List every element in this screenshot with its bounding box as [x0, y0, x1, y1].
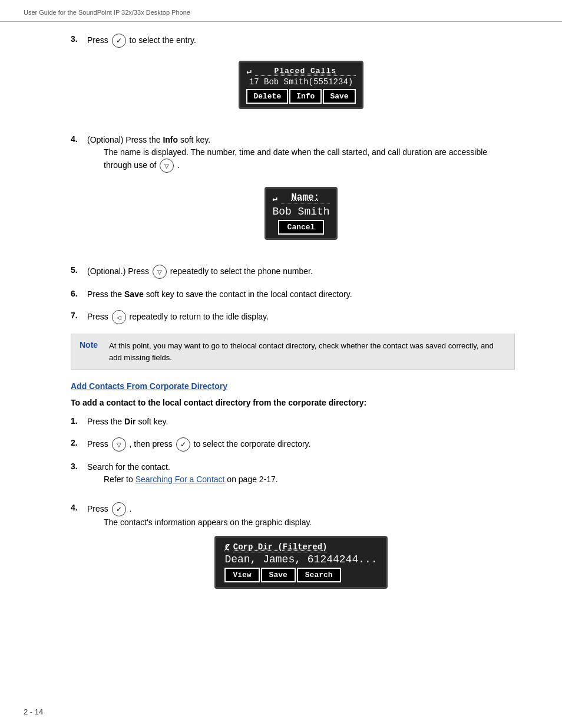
down-button-icon-s2step2 — [112, 437, 126, 452]
left-button-icon-step7 — [112, 310, 126, 324]
down-button-icon-step5 — [153, 265, 167, 279]
step-7-block: 7. Press repeatedly to return to the idl… — [71, 310, 515, 324]
s2-step-4-content: Press . The contact's information appear… — [87, 502, 515, 597]
step-3-content: Press to select the entry. ↵ Placed Call… — [87, 34, 515, 124]
screen1-buttons: Delete Info Save — [246, 89, 355, 104]
page-number: 2 - 14 — [24, 707, 43, 716]
page-footer: 2 - 14 — [24, 707, 43, 716]
screen2-entry: Bob Smith — [272, 206, 329, 218]
step-6-block: 6. Press the Save soft key to save the c… — [71, 288, 515, 301]
s2-step-3-number: 3. — [71, 461, 87, 471]
screen2-title-row: ↵ Name: — [272, 192, 329, 205]
s2-step-1-text: Press the Dir soft key. — [87, 416, 515, 428]
s2-step-4-block: 4. Press . The contact's information app… — [71, 502, 515, 597]
step-4-content: (Optional) Press the Info soft key. The … — [87, 134, 515, 255]
screen3-buttons: View Save Search — [224, 568, 377, 582]
step-5-content: (Optional.) Press repeatedly to select t… — [87, 265, 515, 279]
screen3-title-row: Ȼ Corp Dir (Filtered) — [224, 542, 377, 552]
step-3-text-before: Press — [87, 35, 108, 45]
step-5-text-pre: (Optional.) Press — [87, 266, 149, 276]
check-button-icon — [112, 34, 126, 48]
main-content: 3. Press to select the entry. ↵ Placed C… — [0, 22, 562, 630]
screen3-entry: Dean, James, 61244244... — [224, 554, 377, 565]
step-5-text2: repeatedly to select the phone number. — [170, 266, 313, 276]
screen3-view-btn: View — [224, 568, 259, 582]
s2-step-3-text: Search for the contact. — [87, 461, 515, 473]
step-7-content: Press repeatedly to return to the idle d… — [87, 310, 515, 324]
s2-step-2-block: 2. Press , then press to select the corp… — [71, 437, 515, 452]
step-6-number: 6. — [71, 288, 87, 298]
s2-step-3-block: 3. Search for the contact. Refer to Sear… — [71, 461, 515, 493]
step-5-text: (Optional.) Press repeatedly to select t… — [87, 265, 515, 279]
s2-step-1-bold: Dir — [124, 417, 135, 426]
s2-step-4-period: . — [130, 504, 132, 513]
step-5-number: 5. — [71, 265, 87, 275]
step-4-number: 4. — [71, 134, 87, 144]
page-container: User Guide for the SoundPoint IP 32x/33x… — [0, 0, 562, 728]
step-3-block: 3. Press to select the entry. ↵ Placed C… — [71, 34, 515, 124]
s2-step-2-content: Press , then press to select the corpora… — [87, 437, 515, 452]
screen3-search-btn: Search — [297, 568, 341, 582]
screen1-phone-icon: ↵ — [246, 66, 251, 76]
note-label: Note — [80, 340, 109, 363]
screen2-phone-icon: ↵ — [272, 193, 277, 203]
s2-step-4-subpara: The contact's information appears on the… — [104, 516, 515, 529]
page-header: User Guide for the SoundPoint IP 32x/33x… — [0, 0, 562, 22]
s2-step-2-text: Press , then press to select the corpora… — [87, 437, 515, 452]
screen3-title: Corp Dir (Filtered) — [233, 542, 328, 552]
s2-step-1-content: Press the Dir soft key. — [87, 416, 515, 428]
step-4-sub-period: . — [177, 160, 180, 170]
step-4-bold: Info — [163, 135, 178, 144]
screen1-delete-btn: Delete — [246, 89, 288, 104]
s2-step-2-text-after: to select the corporate directory. — [194, 439, 311, 449]
step-7-text-after: repeatedly to return to the idle display… — [130, 312, 269, 321]
check-button-icon-s2step2 — [176, 437, 190, 452]
check-button-icon-s2step4 — [112, 502, 126, 516]
s2-step-2-number: 2. — [71, 437, 87, 447]
step-6-text-after: soft key to save the contact in the loca… — [146, 289, 352, 299]
screen1-info-btn: Info — [289, 89, 322, 104]
screen1-save-btn: Save — [323, 89, 355, 104]
screen2-cancel-btn: Cancel — [278, 220, 325, 235]
step-7-number: 7. — [71, 310, 87, 320]
screen3-wrap: Ȼ Corp Dir (Filtered) Dean, James, 61244… — [87, 536, 515, 589]
step-6-bold: Save — [124, 289, 144, 299]
step-4-text: (Optional) Press the Info soft key. — [87, 134, 515, 146]
screen1-title-row: ↵ Placed Calls — [246, 66, 355, 76]
note-text: At this point, you may want to go to the… — [109, 340, 506, 363]
step-4-text2: soft key. — [180, 135, 210, 144]
name-screen: ↵ Name: Bob Smith Cancel — [265, 187, 337, 240]
step-3-number: 3. — [71, 34, 87, 44]
corp-dir-screen: Ȼ Corp Dir (Filtered) Dean, James, 61244… — [214, 536, 387, 589]
s2-step-4-text: Press — [87, 504, 108, 513]
step-4-text-pre: (Optional) Press the — [87, 135, 161, 144]
s2-step-2-text-before: Press — [87, 439, 108, 449]
s2-step-4-number: 4. — [71, 502, 87, 512]
screen3-icon: Ȼ — [224, 542, 229, 552]
step-3-text-after: to select the entry. — [130, 35, 196, 45]
task-heading: To add a contact to the local contact di… — [71, 398, 515, 407]
searching-for-contact-link[interactable]: Searching For a Contact — [135, 475, 225, 484]
s2-step-1-number: 1. — [71, 416, 87, 426]
step-6-text: Press the Save soft key to save the cont… — [87, 288, 515, 301]
step-5-block: 5. (Optional.) Press repeatedly to selec… — [71, 265, 515, 279]
placed-calls-screen: ↵ Placed Calls 17 Bob Smith(5551234) Del… — [239, 61, 363, 109]
note-box: Note At this point, you may want to go t… — [71, 334, 515, 370]
s2-step-1-block: 1. Press the Dir soft key. — [71, 416, 515, 428]
step-4-block: 4. (Optional) Press the Info soft key. T… — [71, 134, 515, 255]
screen3-save-btn: Save — [261, 568, 296, 582]
step-4-subpara: The name is displayed. The number, time … — [104, 146, 515, 173]
header-text: User Guide for the SoundPoint IP 32x/33x… — [24, 9, 190, 16]
s2-step-1-text-after: soft key. — [138, 417, 168, 426]
s2-step-3-content: Search for the contact. Refer to Searchi… — [87, 461, 515, 493]
s2-step-3-sub-before: Refer to — [104, 475, 133, 484]
step-7-text: Press repeatedly to return to the idle d… — [87, 310, 515, 324]
down-button-icon-step4 — [160, 159, 174, 173]
s2-step-1-text-before: Press the — [87, 417, 122, 426]
step-6-content: Press the Save soft key to save the cont… — [87, 288, 515, 301]
screen1-entry: 17 Bob Smith(5551234) — [246, 77, 355, 87]
step-3-text: Press to select the entry. — [87, 34, 515, 48]
section2-heading: Add Contacts From Corporate Directory — [71, 381, 515, 391]
s2-step-2-middle: , then press — [130, 439, 173, 449]
step-6-text-before: Press the — [87, 289, 122, 299]
